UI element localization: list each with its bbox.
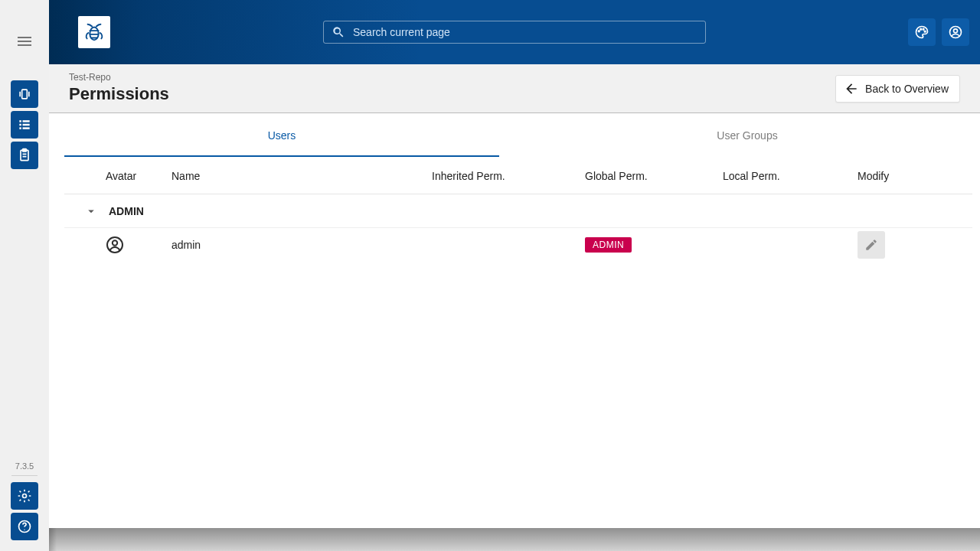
svg-rect-3: [19, 124, 21, 126]
svg-rect-5: [19, 127, 21, 129]
svg-point-16: [924, 31, 926, 32]
nav-group-bottom: [11, 482, 38, 540]
col-modify: Modify: [858, 170, 972, 182]
svg-point-14: [920, 28, 922, 30]
svg-rect-4: [23, 124, 30, 126]
tab-groups-label: User Groups: [717, 129, 777, 142]
col-name: Name: [172, 170, 432, 182]
version-label: 7.3.5: [15, 461, 34, 471]
back-to-overview-button[interactable]: Back to Overview: [835, 75, 960, 103]
search-box[interactable]: [323, 21, 706, 44]
tab-users[interactable]: Users: [64, 113, 499, 157]
user-avatar-icon: [106, 236, 124, 254]
page-header: Test-Repo Permissions Back to Overview: [49, 64, 980, 113]
sidebar-divider: [11, 475, 38, 476]
permissions-table: Avatar Name Inherited Perm. Global Perm.…: [49, 158, 980, 262]
search-icon: [332, 25, 345, 39]
main-panel: Test-Repo Permissions Back to Overview U…: [49, 0, 980, 528]
tab-user-groups[interactable]: User Groups: [530, 113, 965, 157]
edit-button[interactable]: [858, 231, 885, 259]
nav-clipboard-icon[interactable]: [11, 142, 38, 169]
nav-compare-icon[interactable]: [11, 80, 38, 108]
col-inherited: Inherited Perm.: [432, 170, 585, 182]
nav-settings-icon[interactable]: [11, 482, 38, 510]
left-sidebar: 7.3.5: [0, 0, 49, 551]
page-title: Permissions: [69, 84, 169, 104]
svg-rect-1: [19, 120, 21, 122]
panel-bottom-shadow: [49, 528, 980, 551]
table-row: admin ADMIN: [64, 228, 972, 262]
avatar-cell: [64, 236, 172, 254]
svg-point-20: [113, 240, 117, 245]
account-icon[interactable]: [942, 18, 969, 46]
nav-list-icon[interactable]: [11, 111, 38, 139]
hamburger-menu-icon[interactable]: [15, 32, 34, 51]
col-local: Local Perm.: [723, 170, 858, 182]
table-header: Avatar Name Inherited Perm. Global Perm.…: [64, 158, 972, 194]
svg-rect-8: [23, 149, 27, 152]
col-global: Global Perm.: [585, 170, 723, 182]
tabs: Users User Groups: [49, 113, 980, 158]
nav-group-top: [11, 80, 38, 169]
admin-badge: ADMIN: [585, 237, 632, 253]
topbar: [49, 0, 980, 64]
svg-point-15: [923, 28, 924, 30]
tab-users-label: Users: [268, 129, 296, 142]
arrow-left-icon: [844, 81, 859, 96]
svg-rect-6: [23, 127, 30, 129]
svg-point-18: [954, 29, 958, 33]
pencil-icon: [864, 238, 878, 252]
svg-point-13: [918, 31, 920, 32]
svg-rect-0: [22, 90, 28, 99]
global-cell: ADMIN: [585, 237, 723, 253]
breadcrumb: Test-Repo: [69, 72, 111, 83]
chevron-down-icon: [84, 204, 98, 218]
group-label: ADMIN: [109, 205, 144, 217]
group-row-admin[interactable]: ADMIN: [64, 194, 972, 228]
svg-point-11: [24, 530, 24, 530]
app-logo[interactable]: [78, 16, 110, 48]
col-avatar: Avatar: [64, 170, 172, 182]
back-button-label: Back to Overview: [865, 83, 949, 95]
svg-rect-2: [23, 120, 30, 122]
name-cell: admin: [172, 239, 432, 251]
svg-point-9: [23, 494, 27, 498]
modify-cell: [858, 231, 972, 259]
search-input[interactable]: [351, 25, 697, 39]
nav-help-icon[interactable]: [11, 513, 38, 540]
theme-palette-icon[interactable]: [908, 18, 936, 46]
